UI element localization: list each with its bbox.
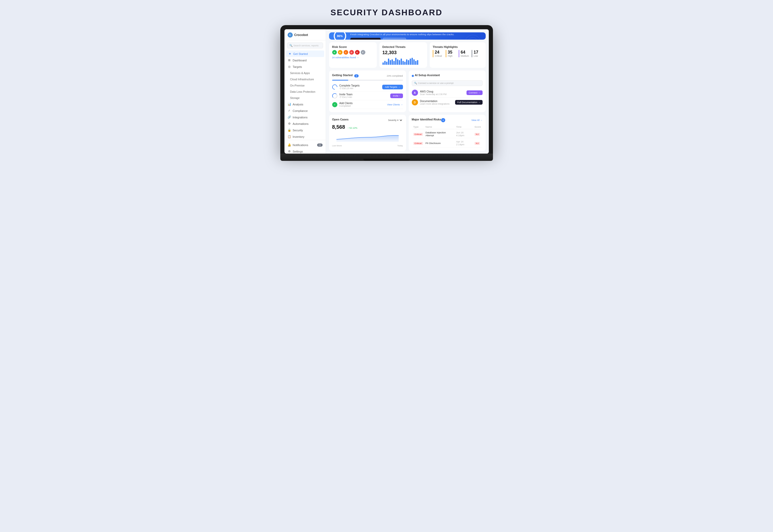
- finish-setup-button[interactable]: Finish Setup →: [383, 38, 406, 40]
- sidebar-item-notifications[interactable]: 🔔 Notifications 02: [285, 142, 326, 148]
- risks-table-body: Critical Database Injection Attempt Jun …: [412, 130, 482, 147]
- sidebar-item-on-premise[interactable]: On-Premise: [285, 82, 326, 89]
- sidebar-item-services-apps[interactable]: Services & Apps: [285, 70, 326, 76]
- sidebar-item-label: Targets: [293, 65, 302, 68]
- col-time: Time: [455, 125, 473, 129]
- sidebar-item-label: Security: [293, 129, 303, 132]
- sparkline-label-end: Today: [397, 145, 403, 147]
- doc-icon: D: [412, 99, 418, 105]
- risks-title: Major Identified Risks: [412, 118, 441, 121]
- view-all-button[interactable]: View All →: [471, 119, 482, 121]
- doc-service-row: D Documentation Learn more about Integra…: [412, 98, 482, 107]
- risks-table: Type Name Time Score Critical Database I…: [412, 124, 482, 148]
- banner-subtitle: Finish integrating Crocobot in all your …: [350, 33, 454, 36]
- bar: [401, 59, 402, 65]
- cards-row-1: Risk Score A B C D E F 24 vulnerabilitie…: [329, 42, 486, 68]
- sidebar-item-security[interactable]: 🔒 Security: [285, 127, 326, 133]
- add-targets-button[interactable]: Add Targets →: [382, 85, 403, 89]
- sidebar-item-storage[interactable]: Storage: [285, 95, 326, 101]
- sidebar-item-label: Get Started: [293, 52, 308, 55]
- target-icon: ◎: [288, 65, 291, 68]
- aws-sub: Scan Yesterday at 2:30 PM: [420, 93, 465, 96]
- aws-icon: A: [412, 90, 418, 96]
- automation-icon: ⚙: [288, 122, 291, 125]
- task-circle-partial-1: [331, 83, 338, 90]
- search-bar[interactable]: 🔍 Search services, reports: [287, 42, 323, 48]
- high-num: 35: [448, 50, 457, 55]
- severity-select[interactable]: Severity ▾ Critical High Medium Low: [387, 119, 403, 122]
- inventory-icon: 📋: [288, 135, 291, 138]
- grade-c: C: [344, 50, 348, 55]
- risk-name-2: PII Disclosure: [424, 139, 455, 147]
- banner: 86% Almost there! Finish integrating Cro…: [329, 32, 486, 40]
- sidebar-item-targets[interactable]: ◎ Targets: [285, 63, 326, 70]
- sidebar-item-inventory[interactable]: 📋 Inventory: [285, 133, 326, 140]
- major-risks-card: Major Identified Risks + View All → Type…: [409, 115, 486, 151]
- logo-text: Crocobot: [294, 33, 308, 37]
- sidebar-item-label: Data Loss Protection: [290, 90, 315, 93]
- task-invite-team: Invite Team ⏱ Est.2 min Invite ↑: [332, 91, 403, 100]
- detected-threats-card: Detected Threats 12,303: [379, 42, 427, 68]
- aws-name: AWS Cloug: [420, 90, 465, 93]
- bar: [384, 61, 386, 65]
- notification-badge: 02: [317, 143, 322, 147]
- task-time-1: ⏱ Est.13 min: [339, 87, 380, 90]
- task-complete-targets: Complete Targets ⏱ Est.13 min Add Target…: [332, 83, 403, 91]
- task-name-3: Add Clients: [339, 102, 385, 105]
- invite-button[interactable]: Invite ↑: [390, 94, 403, 98]
- sidebar-item-settings[interactable]: ⚙ Settings: [285, 148, 326, 154]
- vuln-text[interactable]: 24 vulnerabilities found →: [332, 56, 374, 59]
- grade-b: B: [338, 50, 343, 55]
- threat-low: 17 Low: [472, 50, 482, 57]
- sidebar-item-compliance[interactable]: ✓ Compliance: [285, 107, 326, 114]
- sidebar-item-get-started[interactable]: ★ Get Started: [286, 51, 324, 57]
- progress-bar-fill: [332, 80, 349, 81]
- threat-high: 35 High: [446, 50, 457, 57]
- search-icon: 🔍: [414, 82, 417, 84]
- threat-bar-chart: [382, 57, 424, 65]
- threat-count: 12,303: [382, 50, 424, 55]
- sidebar-item-dashboard[interactable]: ⊞ Dashboard: [285, 57, 326, 63]
- bar: [413, 59, 415, 65]
- full-documentation-button[interactable]: Full Documentation →: [455, 100, 482, 105]
- bar: [408, 60, 409, 65]
- risk-badges: A B C D E F: [332, 50, 374, 55]
- cases-header: Open Cases Severity ▾ Critical High Medi…: [332, 118, 403, 123]
- bar: [393, 61, 395, 65]
- cards-row-2: Getting Started 4 23% completed Complete…: [329, 70, 486, 112]
- sidebar-item-cloud-infra[interactable]: Cloud Infrastructure: [285, 76, 326, 82]
- col-type: Type: [412, 125, 424, 129]
- sidebar-item-label: Dashboard: [293, 59, 307, 62]
- medium-num: 64: [461, 50, 470, 55]
- ai-search-bar[interactable]: 🔍 Connect a service or use a prompt: [412, 80, 482, 86]
- sidebar-item-analysis[interactable]: 📊 Analysis: [285, 101, 326, 107]
- view-clients-button[interactable]: View Clients →: [387, 103, 403, 106]
- doc-name: Documentation: [420, 100, 453, 103]
- ai-setup-card: AI Setup Assistant 🔍 Connect a service o…: [409, 70, 486, 112]
- sidebar-logo: C Crocobot: [285, 32, 326, 40]
- ai-dot: [412, 75, 414, 77]
- sidebar-item-dlp[interactable]: Data Loss Protection: [285, 89, 326, 95]
- bar: [382, 62, 384, 65]
- sidebar-item-label: Inventory: [293, 135, 304, 138]
- cards-row-3: Open Cases Severity ▾ Critical High Medi…: [329, 115, 486, 151]
- search-icon: 🔍: [289, 44, 293, 47]
- scan-infrastructure-button[interactable]: Scan Infrastructure →: [350, 38, 381, 40]
- bar: [406, 59, 407, 65]
- bar: [412, 58, 413, 65]
- risk-row-1: Critical Database Injection Attempt Jun …: [412, 130, 482, 138]
- risk-score-title: Risk Score: [332, 45, 374, 48]
- grid-icon: ⊞: [288, 59, 291, 62]
- cases-count: 8,568: [332, 124, 345, 130]
- low-num: 17: [474, 50, 482, 55]
- main-content: 86% Almost there! Finish integrating Cro…: [326, 29, 489, 154]
- risk-type-1: Critical: [412, 130, 424, 138]
- sidebar-item-label: On-Premise: [290, 84, 305, 87]
- aws-connect-button[interactable]: Connect →: [466, 90, 482, 95]
- laptop-base: [280, 154, 493, 161]
- add-risk-button[interactable]: +: [441, 118, 445, 122]
- task-time-2: ⏱ Est.2 min: [339, 96, 388, 98]
- ai-header: AI Setup Assistant: [412, 74, 482, 78]
- sidebar-item-integrations[interactable]: 🔗 Integrations: [285, 114, 326, 120]
- sidebar-item-automations[interactable]: ⚙ Automations: [285, 120, 326, 127]
